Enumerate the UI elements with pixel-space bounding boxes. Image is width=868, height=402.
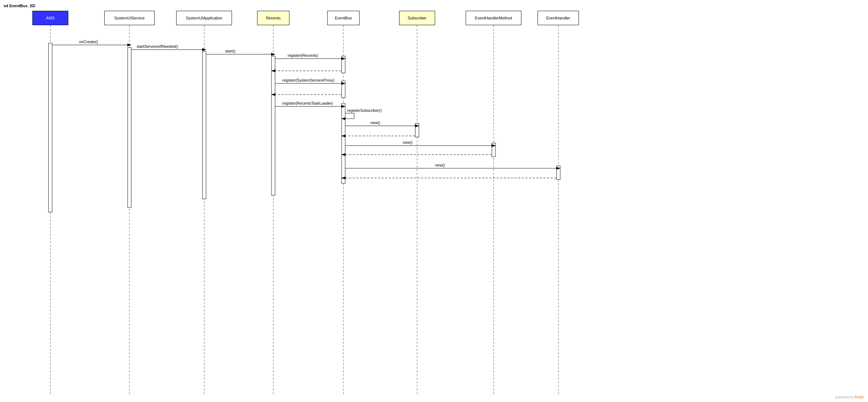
svg-marker-56 — [556, 167, 561, 170]
svg-marker-28 — [341, 57, 346, 60]
svg-marker-19 — [127, 44, 132, 46]
svg-text:register(Recents): register(Recents) — [288, 53, 318, 58]
svg-marker-49 — [341, 134, 346, 137]
svg-text:new(): new() — [435, 163, 445, 167]
svg-text:startServicesIfNeeded(): startServicesIfNeeded() — [137, 44, 178, 49]
arrows-svg: onCreate() startServicesIfNeeded() start… — [0, 0, 868, 402]
svg-rect-12 — [342, 56, 345, 73]
svg-text:new(): new() — [370, 120, 380, 125]
lifeline-Recents: Recents — [257, 11, 289, 25]
lifeline-EventBus: EventBus — [327, 11, 360, 25]
svg-marker-59 — [341, 177, 346, 179]
svg-text:start(): start() — [225, 49, 236, 53]
svg-marker-31 — [271, 69, 275, 72]
svg-text:new(): new() — [403, 140, 413, 145]
svg-marker-43 — [341, 117, 346, 120]
svg-marker-33 — [341, 82, 346, 85]
svg-rect-11 — [271, 56, 275, 195]
svg-rect-15 — [415, 123, 419, 137]
lifeline-Subscriber: Subscriber — [399, 11, 435, 25]
sd-label: sd EventBus_SD — [4, 4, 35, 8]
svg-rect-14 — [342, 104, 345, 183]
lifeline-EventHandler: EventHandler — [538, 11, 579, 25]
lifeline-EventHandlerMethod: EventHandlerMethod — [466, 11, 521, 25]
svg-rect-16 — [492, 143, 495, 157]
lifeline-SystemUIApplication: SystemUIApplication — [176, 11, 232, 25]
svg-marker-36 — [271, 93, 275, 96]
svg-rect-10 — [202, 51, 206, 199]
svg-rect-17 — [557, 166, 560, 179]
svg-marker-51 — [492, 144, 496, 147]
lifeline-SystemUIService: SystemUIService — [104, 11, 155, 25]
svg-marker-22 — [202, 48, 206, 51]
svg-marker-54 — [341, 153, 346, 156]
svg-marker-46 — [415, 124, 419, 127]
diagram-container: sd EventBus_SD — [0, 0, 868, 402]
svg-rect-13 — [342, 81, 345, 98]
svg-marker-38 — [341, 105, 346, 108]
svg-text:registerSubscriber(): registerSubscriber() — [347, 108, 382, 113]
watermark: powered by Astah — [835, 395, 864, 399]
lifeline-AMS: AMS — [32, 11, 68, 25]
svg-marker-25 — [271, 53, 275, 56]
svg-text:register(SystemServiceProxy): register(SystemServiceProxy) — [282, 78, 334, 82]
svg-rect-9 — [128, 47, 131, 207]
svg-text:onCreate(): onCreate() — [79, 40, 98, 44]
svg-text:register(RecentsTaskLoader): register(RecentsTaskLoader) — [282, 101, 333, 105]
watermark-astah: Astah — [854, 395, 864, 399]
svg-rect-8 — [49, 43, 52, 212]
